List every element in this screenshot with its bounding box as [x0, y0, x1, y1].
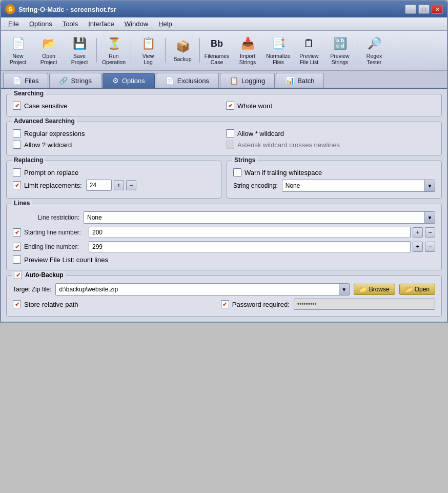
ending-line-input[interactable]: [89, 241, 411, 252]
tab-batch-icon: 📊: [286, 76, 294, 85]
auto-backup-enable-cb[interactable]: [14, 271, 22, 279]
ending-line-increase[interactable]: +: [413, 242, 423, 252]
filenames-case-icon: Bb: [209, 35, 225, 52]
string-encoding-arrow[interactable]: ▼: [424, 180, 435, 191]
ending-line-cb[interactable]: [13, 243, 21, 251]
toolbar-normalize-files[interactable]: 📑 Normalize Files: [263, 33, 293, 68]
warn-trailing-whitespace-checkbox[interactable]: Warn if trailing whitespace: [233, 168, 322, 176]
target-zip-label: Target Zip file:: [13, 286, 51, 293]
close-button[interactable]: ✕: [432, 5, 443, 14]
tab-batch[interactable]: 📊 Batch: [276, 73, 324, 88]
import-strings-icon: 📥: [239, 35, 256, 52]
warn-trailing-whitespace-cb[interactable]: [233, 168, 241, 176]
regular-expressions-cb[interactable]: [13, 129, 21, 137]
prompt-on-replace-checkbox[interactable]: Prompt on replace: [13, 168, 78, 176]
starting-line-cb[interactable]: [13, 228, 21, 236]
run-operation-label: Run Operation: [102, 53, 126, 65]
regular-expressions-checkbox[interactable]: Regular expressions: [13, 129, 85, 137]
tab-batch-label: Batch: [297, 77, 314, 85]
limit-replacements-checkbox[interactable]: Limit replacements:: [13, 181, 82, 189]
toolbar-regex-tester[interactable]: 🔎 Regex Tester: [359, 33, 389, 68]
toolbar-filenames-case[interactable]: Bb Filenames Case: [202, 33, 232, 68]
main-content: Searching Case sensitive Whole word: [1, 89, 447, 322]
menu-tools[interactable]: Tools: [57, 19, 83, 29]
allow-star-wildcard-cb[interactable]: [226, 129, 234, 137]
line-restriction-dropdown[interactable]: None ▼: [84, 211, 435, 224]
target-zip-arrow[interactable]: ▼: [339, 284, 349, 295]
advanced-searching-label: Advanced Searching: [12, 117, 77, 125]
whole-word-cb[interactable]: [226, 102, 234, 110]
case-sensitive-checkbox[interactable]: Case sensitive: [13, 102, 68, 110]
ending-line-decrease[interactable]: −: [425, 242, 435, 252]
warn-trailing-whitespace-label: Warn if trailing whitespace: [245, 169, 322, 176]
advanced-searching-group: Advanced Searching Regular expressions A…: [6, 122, 442, 155]
password-input[interactable]: [294, 299, 435, 310]
menu-file[interactable]: File: [3, 19, 24, 29]
menu-interface[interactable]: Interface: [83, 19, 119, 29]
tab-options[interactable]: ⚙ Options: [103, 73, 155, 88]
ending-line-checkbox[interactable]: [13, 243, 21, 251]
preview-file-list-count-cb[interactable]: [13, 255, 21, 264]
line-restriction-arrow[interactable]: ▼: [424, 212, 435, 223]
starting-line-decrease[interactable]: −: [425, 227, 435, 238]
toolbar-save-project[interactable]: 💾 Save Project: [65, 33, 94, 68]
maximize-button[interactable]: □: [418, 5, 430, 14]
menu-help[interactable]: Help: [153, 19, 177, 29]
limit-replacements-increase[interactable]: +: [114, 180, 124, 190]
toolbar-open-project[interactable]: 📂 Open Project: [34, 33, 64, 68]
whole-word-checkbox[interactable]: Whole word: [226, 102, 273, 110]
toolbar-preview-file-list[interactable]: 🗒 Preview File List: [294, 33, 324, 68]
allow-q-wildcard-checkbox[interactable]: Allow ? wildcard: [13, 141, 72, 149]
regular-expressions-wrap: Regular expressions: [13, 129, 222, 137]
tab-files[interactable]: 📄 Files: [3, 73, 48, 88]
menu-options[interactable]: Options: [24, 19, 57, 29]
store-relative-cb[interactable]: [13, 300, 21, 308]
toolbar-run-operation[interactable]: ⏳ Run Operation: [99, 33, 129, 68]
toolbar-view-log[interactable]: 📋 View Log: [133, 33, 163, 68]
toolbar-backup[interactable]: 📦 Backup: [168, 35, 197, 65]
open-label: Open: [415, 286, 430, 293]
case-sensitive-cb[interactable]: [13, 102, 21, 110]
string-encoding-dropdown[interactable]: None ▼: [282, 180, 435, 192]
open-button[interactable]: 📂 Open: [399, 284, 435, 295]
starting-line-input[interactable]: [89, 227, 411, 238]
replacing-group-label: Replacing: [12, 156, 45, 164]
backup-icon: 📦: [174, 38, 191, 55]
preview-file-list-count-checkbox[interactable]: Preview File List: count lines: [13, 255, 108, 264]
toolbar-import-strings[interactable]: 📥 Import Strings: [233, 33, 262, 68]
toolbar-new-project[interactable]: 📄 New Project: [3, 33, 33, 68]
target-zip-dropdown[interactable]: d:\backup\website.zip ▼: [55, 283, 349, 295]
tab-strings[interactable]: 🔗 Strings: [49, 73, 101, 88]
toolbar-sep-3: [165, 38, 166, 63]
preview-file-list-label: Preview File List: [299, 53, 318, 65]
tab-files-label: Files: [25, 77, 38, 85]
allow-q-wildcard-cb[interactable]: [13, 141, 21, 149]
window-title: String-O-Matic - screenshot.fsr: [18, 6, 116, 13]
limit-replacements-input[interactable]: [86, 180, 112, 191]
save-project-icon: 💾: [71, 35, 88, 52]
limit-replacements-decrease[interactable]: −: [126, 180, 136, 190]
tab-exclusions[interactable]: 📄 Exclusions: [156, 73, 219, 88]
minimize-button[interactable]: —: [405, 5, 416, 14]
password-required-cb[interactable]: [221, 300, 229, 308]
whole-word-label: Whole word: [237, 102, 273, 110]
browse-button[interactable]: 📁 Browse: [354, 284, 395, 295]
tab-logging[interactable]: 📋 Logging: [220, 73, 275, 88]
starting-line-increase[interactable]: +: [413, 227, 423, 238]
regex-tester-icon: 🔎: [366, 35, 382, 52]
password-required-checkbox[interactable]: Password required:: [221, 300, 290, 308]
allow-star-wildcard-checkbox[interactable]: Allow * wildcard: [226, 129, 284, 137]
title-bar-left: S String-O-Matic - screenshot.fsr: [5, 4, 116, 14]
prompt-on-replace-cb[interactable]: [13, 168, 21, 176]
new-project-label: New Project: [10, 53, 27, 65]
starting-line-checkbox[interactable]: [13, 228, 21, 236]
toolbar-preview-strings[interactable]: 🔡 Preview Strings: [325, 33, 355, 68]
lines-group: Lines Line restriction: None ▼ Starting …: [6, 204, 442, 270]
limit-replacements-spinner: + −: [86, 180, 136, 191]
limit-replacements-cb[interactable]: [13, 181, 21, 189]
toolbar-sep-1: [96, 38, 97, 63]
menu-window[interactable]: Window: [119, 19, 153, 29]
prompt-on-replace-label: Prompt on replace: [24, 169, 78, 176]
store-relative-checkbox[interactable]: Store relative path: [13, 300, 78, 308]
tab-exclusions-icon: 📄: [166, 76, 174, 85]
